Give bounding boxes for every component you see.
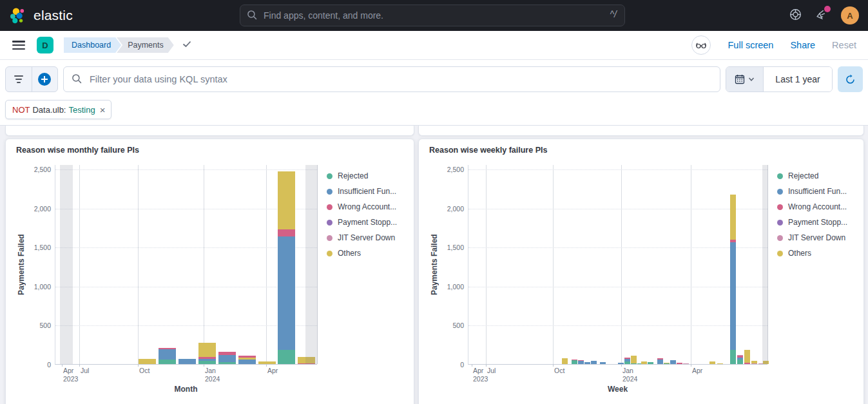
- bar-segment[interactable]: [278, 229, 295, 236]
- legend-item[interactable]: Rejected: [327, 171, 397, 180]
- bar-segment[interactable]: [624, 358, 630, 359]
- bar-segment[interactable]: [631, 356, 637, 363]
- legend-item[interactable]: Payment Stopp...: [327, 218, 397, 227]
- bar-segment[interactable]: [744, 363, 750, 364]
- legend-item[interactable]: Wrong Account...: [777, 202, 847, 211]
- bar-segment[interactable]: [159, 360, 176, 364]
- bar-segment[interactable]: [562, 358, 568, 364]
- bar-segment[interactable]: [198, 359, 216, 361]
- reset-button[interactable]: Reset: [832, 40, 856, 50]
- y-axis-tick-label: 500: [452, 322, 464, 329]
- bar-segment[interactable]: [198, 361, 216, 364]
- bar-segment[interactable]: [730, 350, 736, 364]
- help-icon[interactable]: [789, 8, 802, 23]
- bar-segment[interactable]: [198, 357, 216, 359]
- user-avatar[interactable]: A: [841, 6, 859, 24]
- legend-color-dot: [327, 251, 333, 256]
- bar-segment[interactable]: [139, 359, 156, 364]
- bar-segment[interactable]: [737, 355, 743, 356]
- bar-segment[interactable]: [238, 360, 256, 364]
- bar-segment[interactable]: [624, 359, 630, 361]
- bar-segment[interactable]: [717, 363, 723, 364]
- bar-segment[interactable]: [657, 360, 663, 365]
- legend-item-label: Rejected: [788, 171, 818, 180]
- bar-segment[interactable]: [218, 355, 236, 362]
- legend-item[interactable]: Insufficient Fun...: [327, 187, 397, 196]
- breadcrumb-payments[interactable]: Payments: [117, 37, 174, 53]
- bar-segment[interactable]: [737, 360, 743, 364]
- remove-filter-icon[interactable]: ×: [100, 105, 106, 115]
- legend-item[interactable]: JIT Server Down: [777, 233, 847, 242]
- legend-item[interactable]: Others: [327, 249, 397, 258]
- announcements-icon[interactable]: [815, 8, 827, 23]
- bar-segment[interactable]: [730, 240, 736, 242]
- bar-segment[interactable]: [683, 363, 689, 364]
- bar-segment[interactable]: [278, 350, 295, 364]
- legend-item[interactable]: Payment Stopp...: [777, 218, 847, 227]
- bar-segment[interactable]: [737, 358, 743, 360]
- bar-segment[interactable]: [159, 348, 176, 349]
- bar-segment[interactable]: [578, 361, 584, 364]
- bar-segment[interactable]: [591, 361, 597, 364]
- refresh-button[interactable]: [838, 66, 863, 92]
- bar-segment[interactable]: [657, 358, 663, 359]
- bar-segment[interactable]: [178, 359, 196, 364]
- kql-query-input[interactable]: [63, 66, 720, 92]
- filter-menu-button[interactable]: [6, 67, 32, 91]
- bar-segment[interactable]: [218, 362, 236, 364]
- bar-segment[interactable]: [737, 356, 743, 357]
- breadcrumb-dashboard[interactable]: Dashboard: [64, 37, 121, 53]
- legend-item[interactable]: Insufficient Fun...: [777, 187, 847, 196]
- filter-pill[interactable]: NOT Data.ulb: Testing ×: [5, 100, 111, 119]
- x-axis-tick-label: Apr: [692, 367, 702, 375]
- bar-segment[interactable]: [198, 343, 216, 357]
- x-axis-tick: [553, 364, 554, 367]
- bar-segment[interactable]: [624, 361, 630, 364]
- bar-segment[interactable]: [751, 363, 757, 364]
- bar-segment[interactable]: [238, 356, 256, 358]
- bar-segment[interactable]: [572, 360, 577, 360]
- elastic-logo[interactable]: elastic: [0, 7, 73, 24]
- bar-segment[interactable]: [648, 362, 653, 364]
- bar-segment[interactable]: [238, 358, 256, 360]
- legend-item-label: JIT Server Down: [788, 233, 845, 242]
- breadcrumb: Dashboard Payments: [64, 37, 174, 53]
- legend-item[interactable]: Rejected: [777, 171, 847, 180]
- x-axis-tick: [79, 364, 80, 367]
- bar-segment[interactable]: [709, 361, 715, 364]
- bar-segment[interactable]: [600, 362, 606, 364]
- bar-segment[interactable]: [258, 361, 276, 364]
- date-picker-quick-menu[interactable]: [726, 67, 764, 91]
- bar-segment[interactable]: [584, 362, 590, 364]
- bar-segment[interactable]: [631, 363, 637, 364]
- bar-segment[interactable]: [641, 361, 647, 364]
- full-screen-button[interactable]: Full screen: [728, 40, 773, 50]
- share-button[interactable]: Share: [790, 40, 815, 50]
- bar-segment[interactable]: [664, 363, 670, 364]
- bar-segment[interactable]: [278, 171, 295, 229]
- global-search-input[interactable]: [240, 5, 625, 26]
- bar-segment[interactable]: [278, 236, 295, 349]
- bar-segment[interactable]: [744, 350, 750, 363]
- bar-segment[interactable]: [751, 361, 757, 363]
- x-axis-tick-label: Apr 2023: [473, 367, 488, 383]
- legend-item[interactable]: Others: [777, 249, 847, 258]
- bar-segment[interactable]: [730, 195, 736, 240]
- bar-segment[interactable]: [677, 363, 682, 364]
- bar-segment[interactable]: [572, 360, 577, 364]
- view-only-glasses-icon[interactable]: [691, 35, 711, 55]
- legend-item[interactable]: JIT Server Down: [327, 233, 397, 242]
- space-avatar[interactable]: D: [37, 37, 53, 53]
- bar-segment[interactable]: [664, 363, 670, 363]
- bar-segment[interactable]: [159, 349, 176, 360]
- time-range-value[interactable]: Last 1 year: [764, 67, 832, 91]
- panel-monthly-failures: Reason wise monthly failure PIs Payments…: [5, 139, 414, 404]
- bar-segment[interactable]: [670, 360, 676, 364]
- bar-segment[interactable]: [578, 360, 584, 361]
- chart-legend: RejectedInsufficient Fun...Wrong Account…: [327, 171, 397, 258]
- menu-icon[interactable]: [12, 41, 25, 50]
- bar-segment[interactable]: [218, 352, 236, 355]
- add-filter-button[interactable]: [32, 67, 58, 91]
- legend-item[interactable]: Wrong Account...: [327, 202, 397, 211]
- bar-segment[interactable]: [730, 242, 736, 350]
